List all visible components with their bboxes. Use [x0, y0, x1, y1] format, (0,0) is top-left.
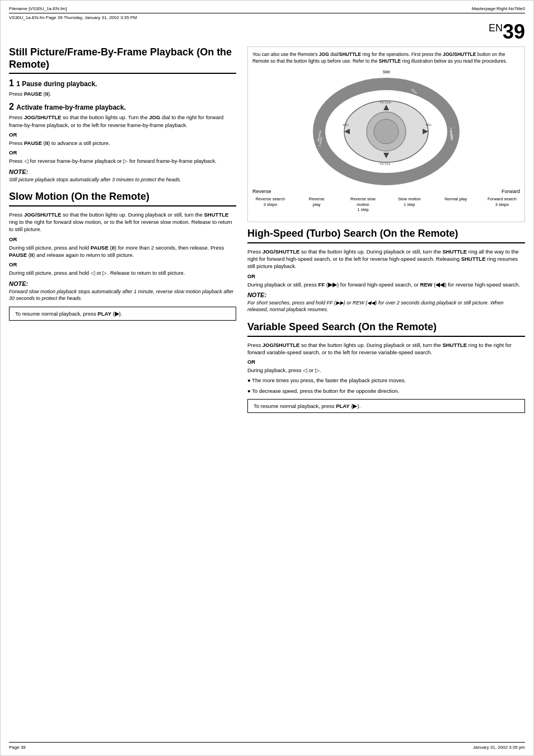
two-column-layout: Still Picture/Frame-By-Frame Playback (O…	[9, 46, 525, 417]
footer-left: Page 39	[9, 745, 26, 750]
still-picture-section: Still Picture/Frame-By-Frame Playback (O…	[9, 46, 236, 183]
svg-text:1 step: 1 step	[413, 100, 421, 107]
highspeed-body2: During playback or still, press FF (▶▶) …	[247, 281, 525, 288]
slow-body1: Press JOG/SHUTTLE so that the button lig…	[9, 211, 236, 233]
note3-text: For short searches, press and hold FF (▶…	[247, 299, 525, 313]
slow-or2: OR	[9, 261, 236, 267]
page-number-area: EN39	[9, 22, 525, 42]
step2-num: 2	[9, 102, 16, 111]
var-or1: OR	[247, 359, 525, 365]
step1-heading-text: 1 Pause during playback.	[16, 80, 97, 88]
still-label: Still	[252, 69, 520, 74]
step2-heading: 2 Activate frame-by-frame playback.	[9, 102, 236, 112]
svg-text:TV CH+: TV CH+	[380, 101, 392, 104]
shuttle-box: You can also use the Remote's JOG dial/S…	[247, 46, 525, 222]
step1-body: Press PAUSE (II).	[9, 90, 236, 97]
variable-speed-section: Variable Speed Search (On the Remote) Pr…	[247, 321, 525, 413]
footer: Page 39 January 31, 2002 3:35 pm	[9, 742, 525, 750]
dial-label-2: Reverse slow motion1 step	[346, 196, 380, 213]
variable-speed-title: Variable Speed Search (On the Remote)	[247, 321, 525, 337]
subtitle-label: VS30U_1a-EN.fm Page 39 Thursday, January…	[9, 15, 525, 20]
note2-text: Forward slow motion playback stops autom…	[9, 288, 236, 302]
dial-label-4: Normal play	[439, 196, 472, 213]
note2-heading: NOTE:	[9, 280, 236, 287]
variable-bullet2: ● To decrease speed, press the button fo…	[247, 387, 525, 395]
or1: OR	[9, 132, 236, 138]
shuttle-intro: You can also use the Remote's JOG dial/S…	[252, 51, 520, 65]
step1-heading: 1 1 Pause during playback.	[9, 78, 236, 88]
page-number: 39	[503, 20, 525, 43]
top-bar-left: Filename [VS30U_1a-EN.fm]	[9, 6, 67, 11]
step2-body2: Press PAUSE (II) to advance a still pict…	[9, 139, 236, 147]
left-column: Still Picture/Frame-By-Frame Playback (O…	[9, 46, 236, 417]
top-bar: Filename [VS30U_1a-EN.fm] Masterpage:Rig…	[9, 6, 525, 13]
dial-label-0: Reverse search3 steps	[254, 196, 287, 213]
note1-text: Still picture playback stops automatical…	[9, 176, 236, 184]
hs-or1: OR	[247, 273, 525, 279]
forward-label: Forward	[502, 189, 520, 194]
variable-body2: During playback, press ◁ or ▷.	[247, 367, 525, 374]
still-picture-title: Still Picture/Frame-By-Frame Playback (O…	[9, 46, 236, 74]
step2-heading-text: Activate frame-by-frame playback.	[16, 104, 125, 111]
svg-text:VS+: VS+	[425, 123, 432, 126]
slow-motion-section: Slow Motion (On the Remote) Press JOG/SH…	[9, 191, 236, 321]
dial-labels: Reverse search3 steps Reverseplay Revers…	[252, 196, 520, 213]
slow-or1: OR	[9, 236, 236, 242]
reverse-forward-labels: Reverse Forward	[252, 189, 520, 194]
slow-motion-title: Slow Motion (On the Remote)	[9, 191, 236, 206]
svg-text:VS+: VS+	[343, 123, 349, 126]
variable-body1: Press JOG/SHUTTLE so that the button lig…	[247, 341, 525, 356]
masterpage-label: Masterpage:Right-NoTitle0	[472, 6, 525, 11]
shuttle-diagram: Still	[252, 69, 520, 213]
top-bar-right: Masterpage:Right-NoTitle0	[472, 6, 525, 11]
shuttle-svg: TV CH+ TV CH- VS+ VS+ Reverse slow motio…	[297, 76, 476, 187]
footer-right: January 31, 2002 3:35 pm	[473, 745, 525, 750]
variable-bullet1: ● The more times you press, the faster t…	[247, 377, 525, 384]
reverse-label: Reverse	[252, 189, 271, 194]
highspeed-title: High-Speed (Turbo) Search (On the Remote…	[247, 228, 525, 243]
page: Filename [VS30U_1a-EN.fm] Masterpage:Rig…	[0, 0, 534, 756]
step1-num: 1	[9, 78, 16, 88]
dial-label-3: Slow motion1 step	[392, 196, 426, 213]
highspeed-section: High-Speed (Turbo) Search (On the Remote…	[247, 228, 525, 313]
highspeed-body1: Press JOG/SHUTTLE so that the button lig…	[247, 248, 525, 270]
dial-label-5: Forward search3 steps	[485, 196, 519, 213]
step2-body3: Press ◁ for reverse frame-by-frame playb…	[9, 157, 236, 165]
svg-text:TV CH-: TV CH-	[380, 162, 391, 166]
resume-box-2: To resume normal playback, press PLAY (▶…	[247, 399, 525, 413]
note3-heading: NOTE:	[247, 292, 525, 298]
en-label: EN	[489, 22, 503, 34]
resume-box-1: To resume normal playback, press PLAY (▶…	[9, 307, 236, 321]
right-column: You can also use the Remote's JOG dial/S…	[247, 46, 525, 417]
slow-body3: During still picture, press and hold ◁ o…	[9, 269, 236, 276]
slow-body2: During still picture, press and hold PAU…	[9, 244, 236, 259]
dial-label-1: Reverseplay	[300, 196, 334, 213]
note1-heading: NOTE:	[9, 168, 236, 175]
filename-label: Filename [VS30U_1a-EN.fm]	[9, 6, 67, 11]
or2: OR	[9, 149, 236, 156]
svg-point-3	[374, 119, 399, 144]
step2-body1: Press JOG/SHUTTLE so that the button lig…	[9, 114, 236, 129]
